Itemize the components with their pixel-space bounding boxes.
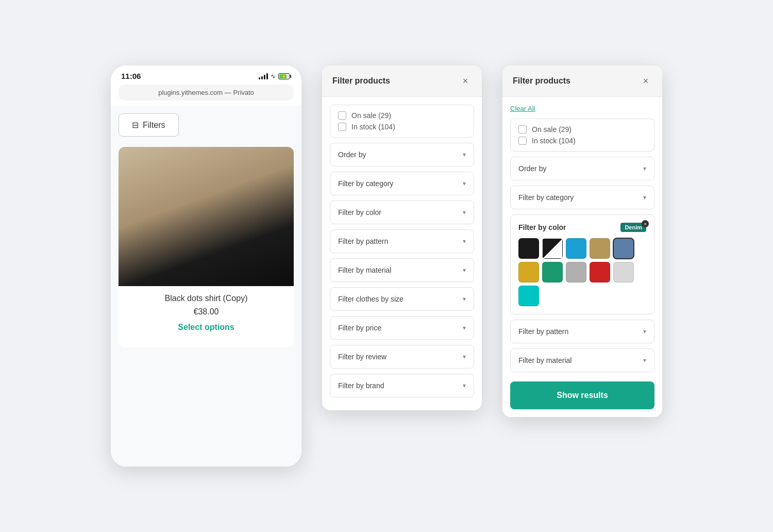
phone-content: ⊟ Filters Black dots shirt (Copy) €38.00… [111,106,301,467]
filter-category-dropdown[interactable]: Filter by category ▾ [330,172,474,195]
color-swatch-red[interactable] [590,262,610,282]
product-info: Black dots shirt (Copy) €38.00 Select op… [119,286,294,340]
filter-material-label: Filter by material [338,266,391,274]
right-order-by-label: Order by [518,164,546,173]
right-panel-close-button[interactable]: × [640,75,652,87]
color-swatch-cyan[interactable] [518,286,539,306]
on-sale-checkbox[interactable] [338,111,346,120]
color-section: Filter by color Denim × [510,214,654,314]
right-filter-category-dropdown[interactable]: Filter by category ▾ [510,186,654,209]
right-in-stock-checkbox[interactable] [518,137,527,145]
right-on-sale-label: On sale (29) [532,125,572,134]
product-name: Black dots shirt (Copy) [126,294,286,303]
on-sale-item[interactable]: On sale (29) [338,111,466,120]
url-bar: plugins.yithemes.com — Privato [119,85,294,101]
chevron-down-icon: ▾ [463,267,466,274]
chevron-down-icon: ▾ [463,324,466,331]
color-swatch-silver[interactable] [566,262,586,282]
color-swatch-black[interactable] [518,238,539,259]
filters-button[interactable]: ⊟ Filters [119,113,179,137]
color-swatch-yellow[interactable] [518,262,539,282]
filter-color-label: Filter by color [338,208,381,217]
filter-panel-right: Filter products × Clear All On sale (29)… [502,65,662,417]
chevron-down-icon: ▾ [463,151,466,158]
on-sale-label: On sale (29) [351,111,391,120]
product-image [119,147,294,286]
filter-brand-dropdown[interactable]: Filter by brand ▾ [330,374,474,397]
in-stock-label: In stock (104) [351,123,395,131]
chevron-down-icon: ▾ [463,238,466,245]
in-stock-checkbox[interactable] [338,123,346,131]
product-card: Black dots shirt (Copy) €38.00 Select op… [119,147,294,347]
status-time: 11:06 [121,72,141,80]
right-filter-material-label: Filter by material [518,356,572,364]
right-filter-category-label: Filter by category [518,193,574,202]
product-price: €38.00 [126,307,286,317]
color-swatch-green[interactable] [542,262,563,282]
right-on-sale-checkbox[interactable] [518,125,527,134]
right-panel-body: Clear All On sale (29) In stock (104) Or… [502,97,662,417]
battery-icon: ⚡ [278,73,291,79]
right-filter-material-dropdown[interactable]: Filter by material ▾ [510,348,654,372]
wifi-icon: ∿ [271,73,276,80]
modal-title-center: Filter products [332,76,390,86]
right-filter-pattern-label: Filter by pattern [518,327,568,336]
modal-header-center: Filter products × [322,65,482,97]
right-order-by-dropdown[interactable]: Order by ▾ [510,157,654,180]
color-swatch-half[interactable] [542,238,563,259]
filter-brand-label: Filter by brand [338,381,384,390]
filter-review-dropdown[interactable]: Filter by review ▾ [330,345,474,369]
color-swatch-tan[interactable] [590,238,610,259]
right-filter-category-chevron: ▾ [643,194,646,201]
chevron-down-icon: ▾ [463,382,466,389]
color-section-header: Filter by color Denim × [518,223,646,232]
filter-pattern-dropdown[interactable]: Filter by pattern ▾ [330,229,474,253]
status-icons: ∿ ⚡ [259,73,291,80]
right-filter-material-chevron: ▾ [643,357,646,364]
sliders-icon: ⊟ [132,120,139,130]
filter-price-dropdown[interactable]: Filter by price ▾ [330,316,474,340]
chevron-down-icon: ▾ [463,209,466,216]
filter-modal-center: Filter products × On sale (29) In stock … [322,65,482,410]
in-stock-item[interactable]: In stock (104) [338,123,466,131]
chevron-down-icon: ▾ [463,353,466,360]
signal-icon [259,73,268,79]
filter-material-dropdown[interactable]: Filter by material ▾ [330,258,474,282]
right-panel-title: Filter products [513,76,570,86]
color-swatch-denim[interactable] [613,238,634,259]
color-section-title: Filter by color [518,223,566,231]
right-in-stock-item[interactable]: In stock (104) [518,137,646,145]
filter-category-label: Filter by category [338,179,393,188]
status-bar: 11:06 ∿ ⚡ [111,65,301,85]
filter-size-label: Filter clothes by size [338,295,404,303]
filter-size-dropdown[interactable]: Filter clothes by size ▾ [330,287,474,311]
right-in-stock-label: In stock (104) [532,137,576,145]
filter-pattern-label: Filter by pattern [338,237,388,245]
right-checkbox-section: On sale (29) In stock (104) [510,119,654,152]
scene: 11:06 ∿ ⚡ plugins.yithemes.com — Privato… [100,55,673,477]
chevron-down-icon: ▾ [463,180,466,187]
filter-color-dropdown[interactable]: Filter by color ▾ [330,201,474,224]
show-results-button[interactable]: Show results [510,381,654,409]
right-filter-pattern-dropdown[interactable]: Filter by pattern ▾ [510,320,654,343]
clear-all-link[interactable]: Clear All [510,105,654,112]
filter-review-label: Filter by review [338,353,386,361]
phone-frame: 11:06 ∿ ⚡ plugins.yithemes.com — Privato… [111,65,301,467]
filter-price-label: Filter by price [338,324,381,332]
color-swatch-light-gray[interactable] [613,262,634,282]
order-by-label: Order by [338,151,366,159]
right-order-by-chevron: ▾ [643,165,646,172]
right-on-sale-item[interactable]: On sale (29) [518,125,646,134]
select-options-button[interactable]: Select options [126,323,286,332]
checkbox-section-center: On sale (29) In stock (104) [330,105,474,138]
denim-badge-close[interactable]: × [642,220,649,227]
right-filter-pattern-chevron: ▾ [643,328,646,335]
chevron-down-icon: ▾ [463,295,466,303]
right-panel-header: Filter products × [502,65,662,97]
product-figure [119,147,294,286]
color-swatch-teal-blue[interactable] [566,238,586,259]
denim-badge: Denim × [620,223,646,232]
order-by-dropdown[interactable]: Order by ▾ [330,143,474,167]
modal-body-center: On sale (29) In stock (104) Order by ▾ F… [322,97,482,410]
modal-close-center[interactable]: × [459,75,472,87]
